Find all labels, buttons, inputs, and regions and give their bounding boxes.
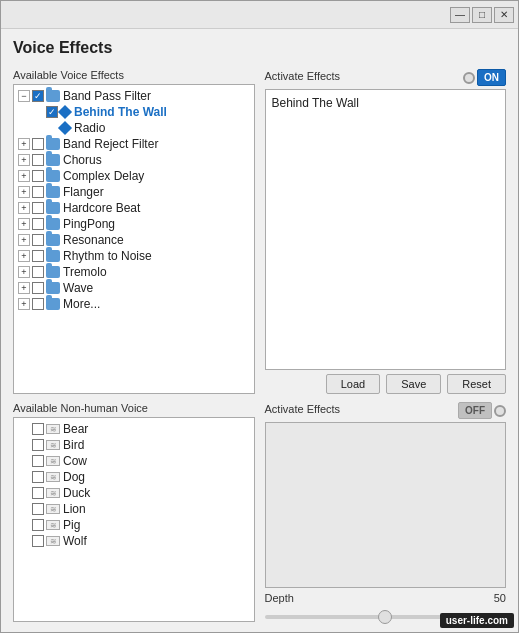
folder-icon-wave [46, 282, 60, 294]
checkbox-more[interactable] [32, 298, 44, 310]
checkbox-resonance[interactable] [32, 234, 44, 246]
tree-item-cow[interactable]: ≋Cow [16, 453, 252, 469]
item-text-more: More... [63, 297, 100, 311]
expand-btn-pingpong[interactable]: + [18, 218, 30, 230]
expand-placeholder-bird [18, 439, 30, 451]
tree-item-band_pass[interactable]: −Band Pass Filter [16, 88, 252, 104]
main-content: Voice Effects Available Voice Effects −B… [1, 29, 518, 632]
toggle-off-container[interactable]: OFF [458, 402, 506, 419]
voice-effects-tree[interactable]: −Band Pass FilterBehind The WallRadio+Ba… [13, 84, 255, 394]
checkbox-wolf[interactable] [32, 535, 44, 547]
expand-btn-band_reject[interactable]: + [18, 138, 30, 150]
item-text-band_pass: Band Pass Filter [63, 89, 151, 103]
checkbox-bird[interactable] [32, 439, 44, 451]
page-title: Voice Effects [13, 39, 506, 57]
top-panels-row: Available Voice Effects −Band Pass Filte… [13, 69, 506, 394]
checkbox-pingpong[interactable] [32, 218, 44, 230]
checkbox-hardcore_beat[interactable] [32, 202, 44, 214]
expand-btn-wave[interactable]: + [18, 282, 30, 294]
expand-btn-flanger[interactable]: + [18, 186, 30, 198]
tree-item-wave[interactable]: +Wave [16, 280, 252, 296]
close-button[interactable]: ✕ [494, 7, 514, 23]
tree-item-wolf[interactable]: ≋Wolf [16, 533, 252, 549]
tree-item-rhythm_noise[interactable]: +Rhythm to Noise [16, 248, 252, 264]
expand-placeholder-lion [18, 503, 30, 515]
expand-btn-chorus[interactable]: + [18, 154, 30, 166]
tree-item-band_reject[interactable]: +Band Reject Filter [16, 136, 252, 152]
checkbox-dog[interactable] [32, 471, 44, 483]
checkbox-rhythm_noise[interactable] [32, 250, 44, 262]
checkbox-band_pass[interactable] [32, 90, 44, 102]
tree-item-behind_wall[interactable]: Behind The Wall [16, 104, 252, 120]
wave-icon-dog: ≋ [46, 472, 60, 482]
tree-item-pig[interactable]: ≋Pig [16, 517, 252, 533]
tree-item-resonance[interactable]: +Resonance [16, 232, 252, 248]
checkbox-complex_delay[interactable] [32, 170, 44, 182]
item-text-flanger: Flanger [63, 185, 104, 199]
expand-btn-complex_delay[interactable]: + [18, 170, 30, 182]
folder-icon-band_pass [46, 90, 60, 102]
tree-item-lion[interactable]: ≋Lion [16, 501, 252, 517]
item-text-hardcore_beat: Hardcore Beat [63, 201, 140, 215]
load-button[interactable]: Load [326, 374, 380, 394]
tree-item-radio[interactable]: Radio [16, 120, 252, 136]
expand-placeholder-cow [18, 455, 30, 467]
tree-item-tremolo[interactable]: +Tremolo [16, 264, 252, 280]
tree-item-bird[interactable]: ≋Bird [16, 437, 252, 453]
tree-item-bear[interactable]: ≋Bear [16, 421, 252, 437]
item-text-resonance: Resonance [63, 233, 124, 247]
checkbox-lion[interactable] [32, 503, 44, 515]
save-button[interactable]: Save [386, 374, 441, 394]
tree-item-pingpong[interactable]: +PingPong [16, 216, 252, 232]
expand-btn-tremolo[interactable]: + [18, 266, 30, 278]
checkbox-flanger[interactable] [32, 186, 44, 198]
activated-item: Behind The Wall [270, 94, 502, 112]
bottom-section: Available Non-human Voice ≋Bear≋Bird≋Cow… [13, 402, 506, 622]
activate-effects-box: Behind The Wall [265, 89, 507, 370]
expand-placeholder-pig [18, 519, 30, 531]
expand-btn-hardcore_beat[interactable]: + [18, 202, 30, 214]
reset-button[interactable]: Reset [447, 374, 506, 394]
tree-item-complex_delay[interactable]: +Complex Delay [16, 168, 252, 184]
expand-btn-rhythm_noise[interactable]: + [18, 250, 30, 262]
item-text-pig: Pig [63, 518, 80, 532]
checkbox-wave[interactable] [32, 282, 44, 294]
depth-value: 50 [494, 592, 506, 604]
wave-icon-bear: ≋ [46, 424, 60, 434]
item-text-wolf: Wolf [63, 534, 87, 548]
checkbox-duck[interactable] [32, 487, 44, 499]
depth-row: Depth 50 [265, 592, 507, 604]
expand-placeholder-dog [18, 471, 30, 483]
tree-item-more[interactable]: +More... [16, 296, 252, 312]
checkbox-behind_wall[interactable] [46, 106, 58, 118]
checkbox-cow[interactable] [32, 455, 44, 467]
checkbox-pig[interactable] [32, 519, 44, 531]
non-human-voice-tree[interactable]: ≋Bear≋Bird≋Cow≋Dog≋Duck≋Lion≋Pig≋Wolf [13, 417, 255, 622]
expand-btn-resonance[interactable]: + [18, 234, 30, 246]
toggle-on-container[interactable]: ON [463, 69, 506, 86]
checkbox-band_reject[interactable] [32, 138, 44, 150]
item-text-tremolo: Tremolo [63, 265, 107, 279]
checkbox-bear[interactable] [32, 423, 44, 435]
item-text-complex_delay: Complex Delay [63, 169, 144, 183]
item-text-pingpong: PingPong [63, 217, 115, 231]
expand-btn-more[interactable]: + [18, 298, 30, 310]
voice-effects-panel: Available Voice Effects −Band Pass Filte… [13, 69, 255, 394]
minimize-button[interactable]: — [450, 7, 470, 23]
tree-item-chorus[interactable]: +Chorus [16, 152, 252, 168]
tree-item-hardcore_beat[interactable]: +Hardcore Beat [16, 200, 252, 216]
toggle-off-button[interactable]: OFF [458, 402, 492, 419]
checkbox-chorus[interactable] [32, 154, 44, 166]
checkbox-tremolo[interactable] [32, 266, 44, 278]
tree-item-duck[interactable]: ≋Duck [16, 485, 252, 501]
item-text-wave: Wave [63, 281, 93, 295]
non-human-voice-panel: Available Non-human Voice ≋Bear≋Bird≋Cow… [13, 402, 255, 622]
folder-icon-band_reject [46, 138, 60, 150]
item-text-chorus: Chorus [63, 153, 102, 167]
voice-effects-label: Available Voice Effects [13, 69, 255, 81]
tree-item-dog[interactable]: ≋Dog [16, 469, 252, 485]
tree-item-flanger[interactable]: +Flanger [16, 184, 252, 200]
expand-btn-band_pass[interactable]: − [18, 90, 30, 102]
maximize-button[interactable]: □ [472, 7, 492, 23]
toggle-on-button[interactable]: ON [477, 69, 506, 86]
